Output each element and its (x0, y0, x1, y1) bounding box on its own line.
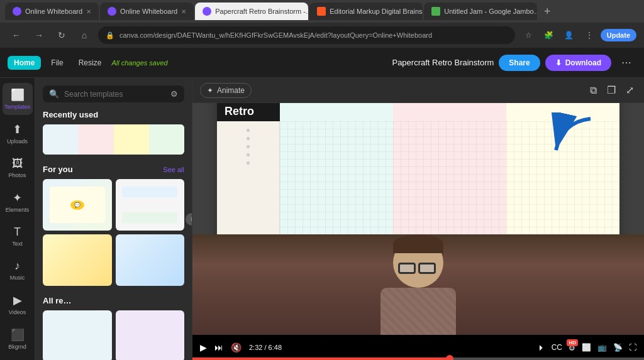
photos-label: Photos (8, 172, 26, 178)
more-options-button[interactable]: ⋯ (616, 53, 636, 73)
tab-1[interactable]: Online Whiteboard ✕ (5, 3, 99, 20)
all-results-title: All re… (43, 296, 72, 305)
tab-2[interactable]: Online Whiteboard ✕ (100, 3, 194, 20)
sidebar-item-text[interactable]: T Text (3, 221, 33, 252)
template-thumb-4[interactable] (116, 234, 185, 286)
forward-button[interactable]: → (30, 26, 48, 44)
tab-5[interactable]: Untitled Jam - Google Jambo… ✕ (424, 3, 537, 20)
animate-label: Animate (217, 86, 245, 95)
sidebar-item-templates[interactable]: ⬜ Templates (3, 83, 33, 115)
next-frame-button[interactable]: ⏭ (214, 342, 223, 352)
elements-icon: ✦ (13, 191, 22, 205)
sidebar-item-videos[interactable]: ▶ Videos (3, 288, 33, 320)
tab-4[interactable]: Editorial Markup Digital Brains… ✕ (309, 3, 423, 20)
settings-wrapper: ⚙ HD (569, 342, 575, 353)
airplay-icon[interactable]: 📺 (597, 343, 607, 352)
canva-home-button[interactable]: Home (8, 56, 41, 70)
nav-actions: ☆ 🧩 👤 ⋮ Update (520, 26, 636, 44)
all-results-grid (43, 310, 184, 360)
videos-icon: ▶ (13, 293, 22, 307)
uploads-label: Uploads (7, 138, 28, 145)
video-person (192, 234, 644, 335)
tab-close-2[interactable]: ✕ (181, 8, 186, 15)
canvas-copy-icon[interactable]: ⧉ (587, 82, 599, 99)
profile-icon[interactable]: 👤 (560, 26, 578, 44)
url-bar[interactable]: 🔒 canva.com/design/DAETWantu_w/hEKfHGfFk… (98, 26, 515, 44)
canvas-expand-icon[interactable]: ⤢ (623, 82, 636, 99)
canvas-duplicate-icon[interactable]: ❐ (604, 82, 618, 99)
filter-icon[interactable]: ⚙ (170, 89, 178, 99)
elements-label: Elements (6, 207, 30, 213)
sidebar-item-elements[interactable]: ✦ Elements (3, 186, 33, 218)
sidebar-item-folders[interactable]: 📁 Folders (3, 357, 33, 360)
bookmark-icon[interactable]: ☆ (520, 26, 538, 44)
video-content (192, 234, 644, 335)
template-thumb-2[interactable] (116, 179, 185, 231)
reload-button[interactable]: ↻ (53, 26, 70, 44)
design-col1: What went well (280, 103, 393, 121)
all-thumb-1[interactable] (43, 310, 112, 360)
cast-icon[interactable]: 📡 (613, 343, 623, 352)
canva-main: ⬜ Templates ⬆ Uploads 🖼 Photos ✦ Element… (0, 78, 644, 360)
design-col2: What didn't go well (393, 103, 506, 121)
time-display: 2:32 / 6:48 (249, 344, 282, 351)
background-label: Bkgrnd (8, 344, 26, 350)
video-progress (192, 357, 644, 360)
tab-label-2: Online Whiteboard (120, 8, 177, 15)
sidebar-item-music[interactable]: ♪ Music (3, 254, 33, 286)
all-results-header: All re… (43, 296, 184, 305)
recently-used-thumb-1[interactable] (43, 124, 184, 155)
canvas-area: ✦ Animate ⧉ ❐ ⤢ (192, 78, 644, 360)
search-icon: 🔍 (49, 89, 59, 99)
mute-button[interactable]: 🔇 (231, 342, 242, 352)
tab-close-1[interactable]: ✕ (86, 8, 91, 15)
design-col3: Action Items (506, 103, 619, 121)
background-icon: ⬛ (11, 328, 25, 342)
recently-used-header: Recently used (43, 110, 184, 119)
tab-3-active[interactable]: Papercraft Retro Brainstorm -… ✕ (195, 3, 308, 20)
search-input[interactable] (64, 90, 165, 99)
tab-label-4: Editorial Markup Digital Brains… (330, 8, 423, 15)
tab-bar: Online Whiteboard ✕ Online Whiteboard ✕ … (0, 0, 644, 23)
resize-menu-button[interactable]: Resize (74, 56, 107, 70)
see-all-button[interactable]: See all (163, 166, 184, 173)
file-menu-button[interactable]: File (46, 56, 68, 70)
home-button[interactable]: ⌂ (75, 26, 93, 44)
progress-bar[interactable] (192, 357, 644, 360)
video-overlay: ▶ ⏭ 🔇 2:32 / 6:48 ⏵ CC ⚙ HD (192, 234, 644, 360)
all-thumb-2[interactable] (116, 310, 185, 360)
text-icon: T (14, 226, 21, 239)
music-label: Music (10, 275, 25, 281)
hd-badge: HD (567, 339, 578, 346)
new-tab-button[interactable]: + (538, 3, 556, 20)
for-you-header: For you See all (43, 165, 184, 174)
download-button[interactable]: ⬇ Download (545, 55, 611, 71)
update-button[interactable]: Update (601, 29, 636, 41)
template-thumb-3[interactable] (43, 234, 112, 286)
sidebar-item-background[interactable]: ⬛ Bkgrnd (3, 323, 33, 355)
sidebar-item-photos[interactable]: 🖼 Photos (3, 152, 33, 183)
panel-collapse-button[interactable]: › (186, 213, 192, 226)
back-button[interactable]: ← (8, 26, 25, 44)
tab-favicon-2 (108, 7, 116, 16)
sidebar-icons: ⬜ Templates ⬆ Uploads 🖼 Photos ✦ Element… (0, 78, 35, 360)
play-button[interactable]: ▶ (200, 342, 207, 352)
search-bar[interactable]: 🔍 ⚙ (43, 85, 184, 102)
photos-icon: 🖼 (12, 157, 23, 170)
extensions-icon[interactable]: 🧩 (540, 26, 558, 44)
browser-chrome: Online Whiteboard ✕ Online Whiteboard ✕ … (0, 0, 644, 48)
saved-status: All changes saved (111, 59, 167, 67)
template-thumb-1[interactable]: 💬 (43, 179, 112, 231)
design-header: Team Retro What went well What didn't go… (217, 103, 619, 121)
pip-icon[interactable]: ⬜ (582, 343, 591, 352)
play-pause-icon[interactable]: ⏵ (538, 343, 545, 352)
captions-icon[interactable]: CC (552, 343, 562, 352)
share-button[interactable]: Share (499, 55, 540, 71)
fullscreen-button[interactable]: ⛶ (629, 343, 636, 352)
sidebar-item-uploads[interactable]: ⬆ Uploads (3, 117, 33, 150)
nav-bar: ← → ↻ ⌂ 🔒 canva.com/design/DAETWantu_w/h… (0, 23, 644, 48)
animate-button[interactable]: ✦ Animate (200, 83, 252, 98)
music-icon: ♪ (14, 259, 20, 273)
settings-icon[interactable]: ⋮ (580, 26, 598, 44)
templates-panel: 🔍 ⚙ Recently used For you See all (35, 78, 192, 360)
